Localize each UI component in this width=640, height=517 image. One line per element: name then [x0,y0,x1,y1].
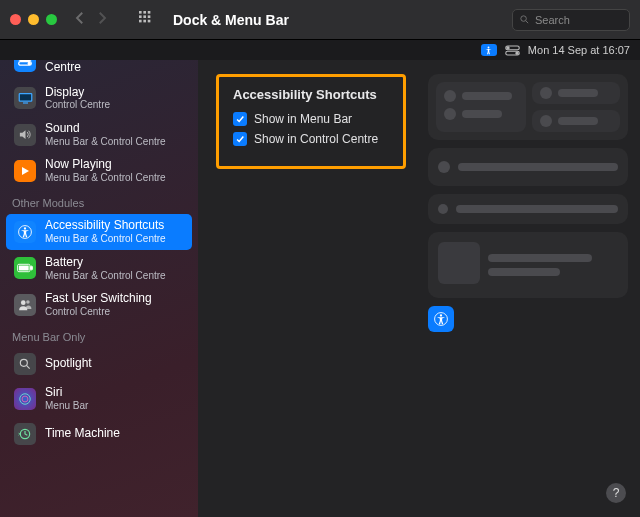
sidebar-item-accessibility-shortcuts[interactable]: Accessibility Shortcuts Menu Bar & Contr… [6,214,192,249]
svg-line-10 [526,21,529,24]
close-window-button[interactable] [10,14,21,25]
svg-rect-2 [148,11,151,14]
user-switching-icon [14,294,36,316]
accessibility-icon [14,221,36,243]
display-icon [14,87,36,109]
option-show-in-control-centre[interactable]: Show in Control Centre [233,132,389,146]
menubar-preview-strip: Mon 14 Sep at 16:07 [0,40,640,60]
preview-accessibility-tile [428,306,454,332]
main-area: Menu Bar & Control Centre Display Contro… [0,60,640,517]
search-field[interactable]: Search [512,9,630,31]
accessibility-menubar-icon [481,44,497,56]
svg-rect-20 [19,94,32,102]
sound-icon [14,124,36,146]
svg-line-31 [26,366,29,369]
sidebar-item-cc-partial[interactable]: Menu Bar & Control Centre [6,60,192,80]
sidebar-item-now-playing[interactable]: Now Playing Menu Bar & Control Centre [6,153,192,188]
content-pane: Accessibility Shortcuts Show in Menu Bar… [198,60,640,517]
svg-rect-8 [148,20,151,23]
time-machine-icon [14,423,36,445]
svg-rect-26 [31,267,33,271]
back-button[interactable] [71,9,89,30]
now-playing-icon [14,160,36,182]
sidebar: Menu Bar & Control Centre Display Contro… [0,60,198,517]
svg-point-29 [26,300,30,304]
sidebar-item-display[interactable]: Display Control Centre [6,81,192,116]
battery-icon [14,257,36,279]
svg-rect-6 [139,20,142,23]
sidebar-item-battery[interactable]: Battery Menu Bar & Control Centre [6,251,192,286]
svg-rect-4 [143,15,146,18]
svg-point-30 [20,360,27,367]
nav-arrows [71,9,111,30]
control-centre-menubar-icon [505,45,520,56]
svg-rect-7 [143,20,146,23]
minimize-window-button[interactable] [28,14,39,25]
checkbox-checked-icon [233,112,247,126]
sidebar-item-siri[interactable]: Siri Menu Bar [6,381,192,416]
window-title: Dock & Menu Bar [173,12,289,28]
svg-marker-22 [22,167,29,175]
svg-rect-1 [143,11,146,14]
sidebar-item-time-machine[interactable]: Time Machine [6,418,192,450]
svg-rect-0 [139,11,142,14]
svg-point-32 [20,394,31,405]
spotlight-icon [14,353,36,375]
sidebar-group-other-modules: Other Modules [0,189,198,213]
svg-rect-5 [148,15,151,18]
panel-heading: Accessibility Shortcuts [233,87,389,102]
search-placeholder: Search [535,14,570,26]
help-button[interactable]: ? [606,483,626,503]
sidebar-item-sound[interactable]: Sound Menu Bar & Control Centre [6,117,192,152]
sidebar-item-fast-user-switching[interactable]: Fast User Switching Control Centre [6,287,192,322]
option-show-in-menubar[interactable]: Show in Menu Bar [233,112,389,126]
svg-point-33 [22,396,28,402]
highlight-annotation: Accessibility Shortcuts Show in Menu Bar… [216,74,406,169]
sidebar-item-spotlight[interactable]: Spotlight [6,348,192,380]
forward-button[interactable] [93,9,111,30]
svg-point-24 [24,227,26,229]
all-prefs-grid-button[interactable] [139,11,153,28]
control-centre-icon [14,60,36,72]
window-titlebar: Dock & Menu Bar Search [0,0,640,40]
sidebar-group-menubar-only: Menu Bar Only [0,323,198,347]
svg-point-19 [28,62,30,64]
svg-point-28 [21,300,26,305]
checkbox-checked-icon [233,132,247,146]
svg-point-9 [521,16,527,22]
svg-point-36 [440,314,442,316]
svg-rect-3 [139,15,142,18]
svg-point-13 [507,46,509,48]
siri-icon [14,388,36,410]
menubar-datetime: Mon 14 Sep at 16:07 [528,44,630,56]
svg-point-15 [516,52,518,54]
zoom-window-button[interactable] [46,14,57,25]
window-controls [10,14,57,25]
control-centre-preview [428,74,628,332]
svg-point-11 [488,46,490,48]
svg-rect-27 [19,266,29,271]
